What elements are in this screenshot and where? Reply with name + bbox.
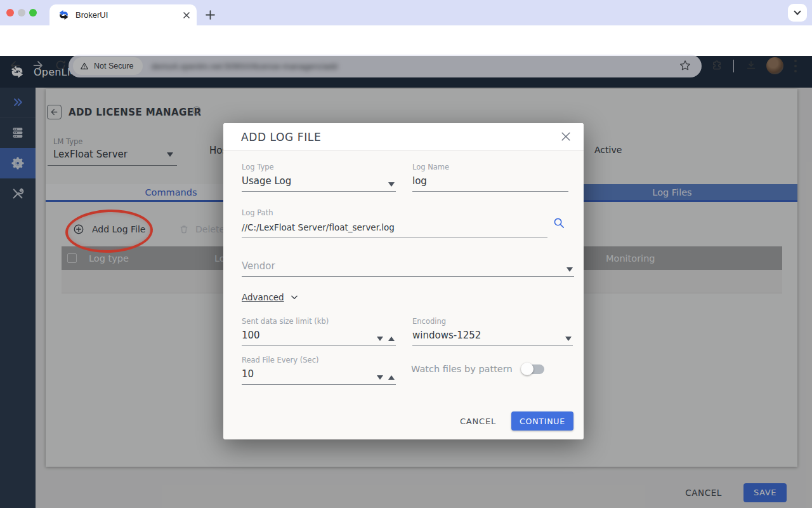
log-path-label: Log Path (242, 208, 547, 217)
add-log-file-dialog: ADD LOG FILE Log Type Usage Log Log Name… (223, 123, 584, 439)
advanced-toggle-link[interactable]: Advanced (242, 292, 299, 302)
new-tab-icon[interactable] (202, 6, 218, 23)
close-icon[interactable] (560, 130, 573, 144)
sent-data-size-value: 100 (242, 330, 260, 341)
tab-close-icon[interactable] (183, 11, 190, 19)
watch-files-label: Watch files by pattern (411, 364, 513, 374)
favicon-openlm-icon (58, 10, 69, 20)
browser-toolbar: Not Secure demo4.openlm.net:5090/#/licen… (0, 25, 812, 56)
traffic-light-close[interactable] (6, 9, 14, 17)
dropdown-arrow-icon (388, 182, 395, 187)
watch-files-toggle[interactable] (523, 364, 544, 374)
log-type-select[interactable]: Log Type Usage Log (242, 163, 396, 192)
stepper-down-icon[interactable] (377, 337, 383, 341)
encoding-select[interactable]: Encoding windows-1252 (412, 317, 573, 346)
tab-title: BrokerUI (75, 10, 183, 20)
toggle-thumb (521, 363, 534, 375)
read-file-every-input[interactable]: Read File Every (Sec) 10 (242, 356, 396, 385)
log-name-label: Log Name (412, 163, 568, 171)
log-path-input[interactable]: Log Path //C:/LexFloat Server/float_serv… (242, 208, 547, 237)
log-name-value: log (412, 175, 427, 187)
log-path-value: //C:/LexFloat Server/float_server.log (242, 222, 395, 232)
stepper-up-icon[interactable] (388, 337, 395, 341)
log-type-label: Log Type (242, 163, 396, 171)
vendor-select[interactable]: Vendor (242, 258, 574, 277)
advanced-label: Advanced (242, 292, 284, 302)
sent-data-size-input[interactable]: Sent data size limit (kb) 100 (242, 317, 396, 346)
browser-tab[interactable]: BrokerUI (49, 4, 197, 25)
vendor-placeholder: Vendor (242, 260, 275, 272)
browser-chrome: BrokerUI (0, 0, 812, 56)
dialog-continue-button[interactable]: CONTINUE (511, 411, 573, 431)
chevron-down-icon (290, 293, 299, 302)
read-file-every-label: Read File Every (Sec) (242, 356, 396, 364)
dialog-title: ADD LOG FILE (241, 131, 321, 144)
tab-search-button[interactable] (788, 4, 807, 22)
encoding-value: windows-1252 (412, 330, 481, 341)
browse-search-icon[interactable] (552, 216, 566, 231)
dropdown-arrow-icon (566, 267, 573, 272)
read-file-every-value: 10 (242, 368, 254, 380)
dialog-cancel-button[interactable]: CANCEL (460, 417, 496, 426)
sent-data-size-label: Sent data size limit (kb) (242, 317, 396, 326)
traffic-light-minimize[interactable] (18, 9, 25, 17)
dialog-header: ADD LOG FILE (223, 123, 584, 151)
stepper-up-icon[interactable] (388, 375, 395, 380)
dropdown-arrow-icon (565, 337, 572, 341)
log-type-value: Usage Log (242, 175, 291, 187)
watch-files-row: Watch files by pattern (411, 364, 544, 374)
dialog-footer: CANCEL CONTINUE (460, 411, 573, 431)
browser-tabstrip: BrokerUI (0, 0, 812, 25)
chevron-down-icon (794, 8, 801, 15)
log-name-input[interactable]: Log Name log (412, 163, 568, 192)
traffic-light-zoom[interactable] (29, 9, 37, 17)
stepper-down-icon[interactable] (377, 375, 383, 380)
encoding-label: Encoding (412, 317, 573, 326)
